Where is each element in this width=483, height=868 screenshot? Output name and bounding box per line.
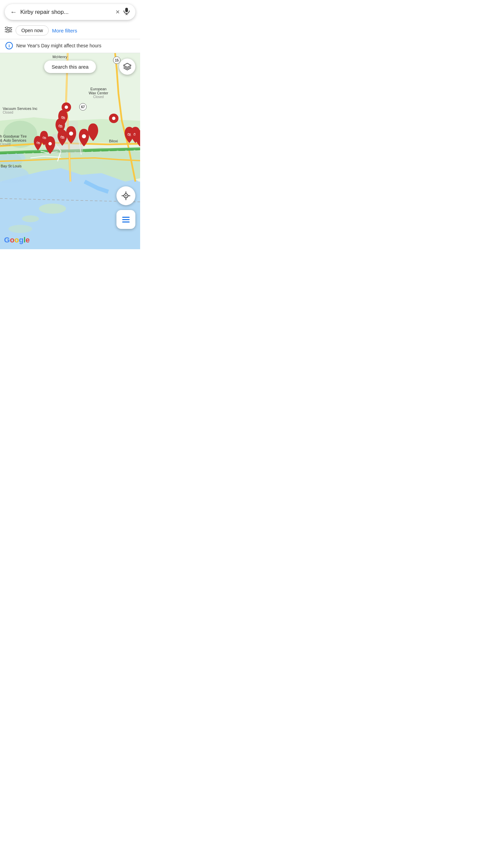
open-now-button[interactable]: Open now [16, 25, 49, 36]
svg-point-15 [102, 151, 129, 171]
search-area-button[interactable]: Search this area [44, 61, 96, 73]
location-button[interactable] [116, 186, 135, 205]
svg-rect-22 [63, 121, 78, 134]
back-icon[interactable]: ← [10, 8, 17, 16]
info-icon: i [5, 42, 13, 49]
list-view-button[interactable] [116, 210, 135, 229]
mic-icon[interactable] [123, 7, 130, 17]
svg-point-7 [9, 29, 11, 31]
svg-point-40 [125, 195, 127, 196]
svg-rect-21 [52, 134, 83, 153]
svg-rect-0 [125, 8, 128, 12]
svg-marker-38 [124, 63, 131, 67]
more-filters-button[interactable]: More filters [52, 26, 77, 36]
filter-row: Open now More filters [0, 23, 140, 39]
info-banner-text: New Year's Day might affect these hours [16, 43, 101, 48]
search-input[interactable]: Kirby repair shop... [20, 9, 112, 16]
map-area[interactable]: McHenry European Wax Center Closed Vacuu… [0, 53, 140, 249]
svg-point-18 [39, 204, 66, 214]
info-banner: i New Year's Day might affect these hour… [0, 39, 140, 53]
clear-icon[interactable]: ✕ [115, 9, 120, 15]
svg-point-19 [22, 215, 39, 222]
list-lines-icon [122, 217, 130, 222]
svg-point-20 [8, 225, 32, 233]
svg-point-6 [6, 27, 8, 29]
search-bar[interactable]: ← Kirby repair shop... ✕ [5, 4, 135, 20]
filter-sliders-icon[interactable] [5, 27, 12, 34]
svg-point-8 [7, 31, 9, 33]
layers-button[interactable] [119, 58, 135, 75]
